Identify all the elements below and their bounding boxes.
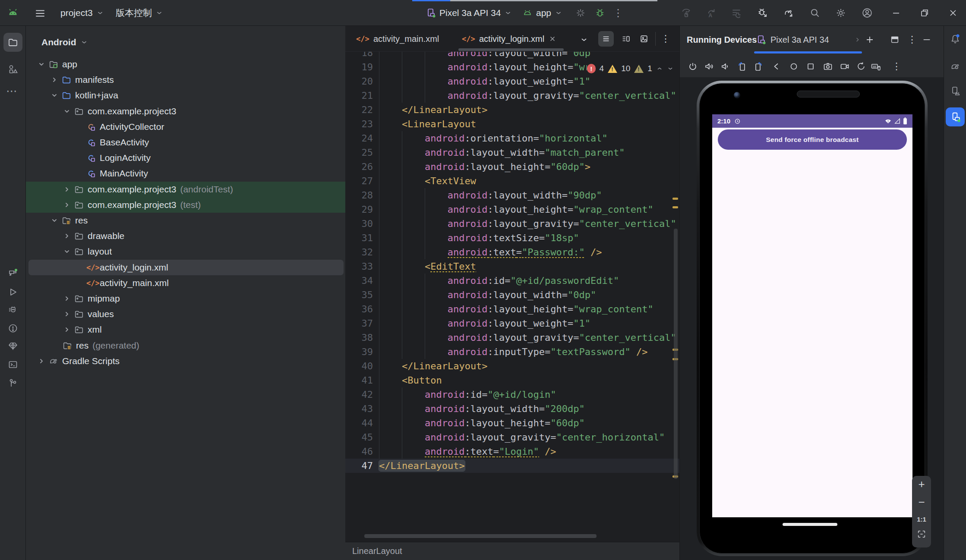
notifications-icon[interactable] <box>950 34 960 44</box>
stripe-warning-mark[interactable] <box>672 198 678 200</box>
inspection-widget[interactable]: ! 4 10 1 <box>587 61 676 76</box>
chevron-down-icon[interactable] <box>63 185 71 194</box>
build-icon[interactable] <box>680 7 692 19</box>
version-control-icon[interactable] <box>8 378 18 388</box>
panel-options-menu[interactable]: ⋮ <box>907 26 917 53</box>
tree-item[interactable]: Gradle Scripts <box>26 353 345 369</box>
search-everywhere-icon[interactable] <box>809 7 821 19</box>
tree-item[interactable]: </>activity_login.xml <box>26 260 345 275</box>
chevron-down-icon[interactable] <box>63 201 71 209</box>
zoom-fit-button[interactable] <box>917 529 926 539</box>
device-manager-icon[interactable] <box>8 267 18 278</box>
gesture-navigation-pill[interactable] <box>783 523 837 526</box>
add-device-icon[interactable] <box>865 35 875 45</box>
overview-button-icon[interactable] <box>805 61 816 72</box>
run-loading-icon[interactable] <box>575 7 587 19</box>
app-quality-insights-icon[interactable] <box>8 341 18 351</box>
prev-problem-icon[interactable] <box>656 65 663 72</box>
gradle-tool-icon[interactable] <box>950 61 960 72</box>
main-menu-icon[interactable] <box>35 8 46 19</box>
window-layout-icon[interactable] <box>890 35 900 44</box>
send-broadcast-button[interactable]: Send force offline broadcast <box>718 129 907 150</box>
tree-item[interactable]: manifests <box>26 72 345 88</box>
tree-item[interactable]: BaseActivity <box>26 135 345 150</box>
tree-item[interactable]: drawable <box>26 228 345 244</box>
attach-debugger-icon[interactable] <box>757 7 769 19</box>
hardware-input-icon[interactable] <box>871 61 881 72</box>
device-manager-icon[interactable] <box>950 86 960 96</box>
project-tool-button[interactable] <box>3 33 22 52</box>
screenshot-icon[interactable] <box>823 61 833 72</box>
tree-item[interactable]: com.example.project3 <box>26 104 345 119</box>
vertical-scrollbar[interactable] <box>674 229 678 479</box>
device-selector[interactable]: Pixel 3a API 34 <box>426 0 512 26</box>
more-tool-windows-icon[interactable]: ⋯ <box>6 85 18 98</box>
more-actions-menu[interactable]: ⋮ <box>613 0 623 26</box>
tree-item[interactable]: app <box>26 57 345 72</box>
problems-icon[interactable] <box>8 323 18 333</box>
zoom-1to1-button[interactable]: 1:1 <box>912 516 931 523</box>
restart-icon[interactable] <box>856 61 866 72</box>
editor-options-menu[interactable]: ⋮ <box>661 26 670 52</box>
close-tab-icon[interactable] <box>549 35 556 42</box>
device-screen[interactable]: 2:10 Send force offline broadcast <box>712 114 912 517</box>
zoom-out-button[interactable]: − <box>912 496 931 509</box>
tree-item[interactable]: mipmap <box>26 291 345 306</box>
tree-item[interactable]: layout <box>26 244 345 259</box>
chevron-down-icon[interactable] <box>63 310 71 318</box>
debug-button[interactable] <box>594 7 606 19</box>
vcs-widget[interactable]: 版本控制 <box>116 0 163 26</box>
rotate-right-icon[interactable] <box>754 61 764 72</box>
tree-item[interactable]: kotlin+java <box>26 88 345 103</box>
tree-item[interactable]: xml <box>26 322 345 337</box>
volume-down-icon[interactable] <box>720 61 730 72</box>
logcat-icon[interactable] <box>8 305 18 315</box>
design-view-button[interactable] <box>636 31 652 47</box>
volume-up-icon[interactable] <box>704 61 714 72</box>
run-tool-icon[interactable] <box>8 287 18 297</box>
build-variants-icon[interactable] <box>730 7 742 19</box>
code-editor[interactable]: 18android:layout_width="0dp"19android:la… <box>345 26 679 542</box>
tree-item[interactable]: values <box>26 306 345 322</box>
back-button-icon[interactable] <box>771 61 782 72</box>
split-view-button[interactable] <box>618 31 634 47</box>
run-with-coverage-icon[interactable]: A <box>705 7 717 19</box>
tab-activity-login[interactable]: </> activity_login.xml <box>456 26 565 52</box>
chevron-down-icon[interactable] <box>63 107 71 116</box>
window-minimize-button[interactable] <box>890 3 902 23</box>
project-view-selector[interactable]: Android <box>41 35 88 50</box>
tree-item[interactable]: ActivityCollector <box>26 119 345 135</box>
project-widget[interactable]: project3 <box>60 0 104 26</box>
running-devices-tool-button[interactable] <box>946 107 965 126</box>
window-close-button[interactable] <box>947 3 959 23</box>
tree-item[interactable]: com.example.project3(test) <box>26 197 345 213</box>
chevron-down-icon[interactable] <box>50 216 59 225</box>
horizontal-scrollbar[interactable] <box>364 534 597 538</box>
device-more-menu[interactable]: ⋮ <box>892 57 901 76</box>
tree-item[interactable]: res <box>26 213 345 228</box>
tree-item[interactable]: res(generated) <box>26 338 345 353</box>
window-restore-button[interactable] <box>919 3 931 23</box>
code-view-button[interactable] <box>598 31 614 47</box>
zoom-in-button[interactable]: + <box>912 478 931 491</box>
terminal-icon[interactable] <box>8 359 18 370</box>
run-config-selector[interactable]: app <box>522 0 562 26</box>
hidden-tabs-chevron-icon[interactable] <box>580 35 588 44</box>
chevron-down-icon[interactable] <box>37 357 46 365</box>
chevron-down-icon[interactable] <box>63 294 71 303</box>
chevron-down-icon[interactable] <box>63 325 71 334</box>
next-problem-icon[interactable] <box>667 65 674 72</box>
chevron-down-icon[interactable] <box>63 232 71 240</box>
tree-item[interactable]: </>activity_main.xml <box>26 275 345 291</box>
breadcrumb-item[interactable]: LinearLayout <box>352 542 402 560</box>
settings-icon[interactable] <box>835 7 847 19</box>
tree-item[interactable]: MainActivity <box>26 166 345 181</box>
rotate-left-icon[interactable] <box>736 61 747 72</box>
power-button-icon[interactable] <box>688 61 698 72</box>
resource-manager-icon[interactable] <box>8 64 18 74</box>
tree-item[interactable]: LoginActivity <box>26 150 345 166</box>
chevron-down-icon[interactable] <box>50 76 59 84</box>
hide-panel-icon[interactable] <box>922 35 931 44</box>
stripe-warning-mark[interactable] <box>672 206 678 208</box>
account-icon[interactable] <box>861 7 873 19</box>
